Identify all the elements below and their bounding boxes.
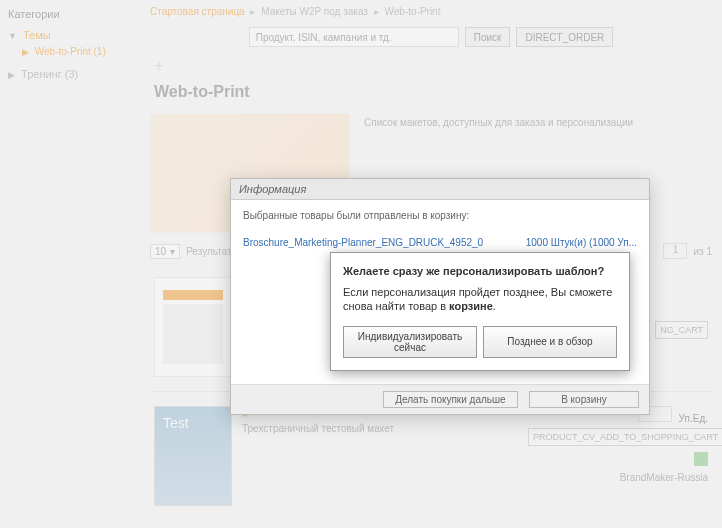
- modal-item-link[interactable]: Broschure_Marketing-Planner_ENG_DRUCK_49…: [243, 237, 483, 248]
- modal-footer: Делать покупки дальше В корзину: [231, 384, 649, 414]
- confirm-question: Желаете сразу же персонализировать шабло…: [343, 265, 617, 277]
- personalize-now-button[interactable]: Индивидуализировать сейчас: [343, 326, 477, 358]
- later-button[interactable]: Позднее и в обзор: [483, 326, 617, 358]
- go-to-cart-button[interactable]: В корзину: [529, 391, 639, 408]
- modal-message: Выбранные товары были отправлены в корзи…: [243, 210, 637, 221]
- continue-shopping-button[interactable]: Делать покупки дальше: [383, 391, 518, 408]
- modal-item-qty: 1000 Штук(и) (1000 Уп...: [526, 237, 637, 248]
- confirm-modal: Желаете сразу же персонализировать шабло…: [330, 252, 630, 371]
- confirm-text: Если персонализация пройдет позднее, Вы …: [343, 285, 617, 314]
- modal-title: Информация: [231, 179, 649, 200]
